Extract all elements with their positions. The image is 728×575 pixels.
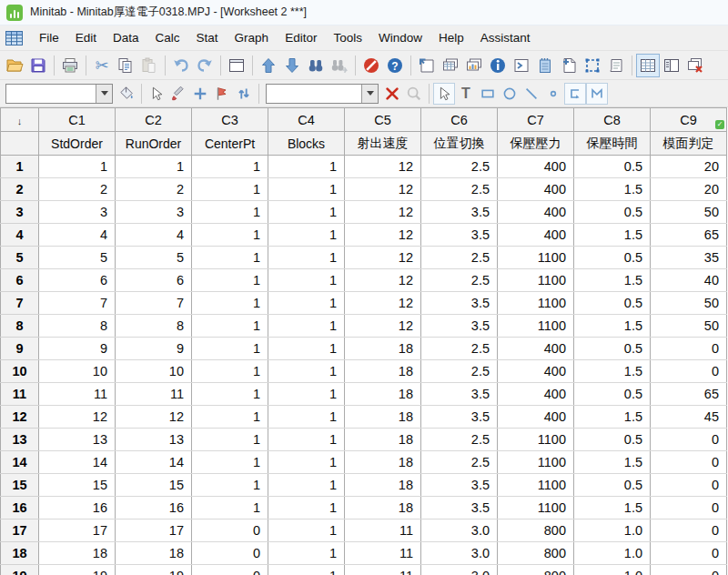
- cell-c3-r17[interactable]: 0: [192, 520, 268, 542]
- row-header-18[interactable]: 18: [1, 542, 39, 565]
- cell-c5-r11[interactable]: 18: [345, 383, 421, 406]
- column-header-c4[interactable]: C4: [268, 108, 345, 132]
- cell-c3-r3[interactable]: 1: [192, 201, 268, 224]
- menu-item-tools[interactable]: Tools: [325, 28, 370, 47]
- cell-c7-r17[interactable]: 800: [498, 520, 574, 542]
- cell-c1-r15[interactable]: 15: [39, 474, 116, 497]
- cell-c4-r2[interactable]: 1: [268, 178, 345, 201]
- data-window-button[interactable]: [636, 54, 660, 77]
- cell-c8-r1[interactable]: 0.5: [574, 156, 651, 178]
- cell-c6-r18[interactable]: 3.0: [421, 542, 498, 565]
- cell-c7-r11[interactable]: 400: [498, 383, 574, 406]
- cell-c9-r19[interactable]: 0: [651, 565, 727, 575]
- cell-c1-r17[interactable]: 17: [39, 520, 116, 542]
- cell-c2-r10[interactable]: 10: [116, 360, 192, 383]
- cell-c8-r15[interactable]: 0.5: [574, 474, 651, 497]
- cell-c9-r6[interactable]: 40: [651, 269, 727, 292]
- cell-c5-r6[interactable]: 12: [345, 269, 421, 292]
- cell-c3-r5[interactable]: 1: [192, 247, 268, 269]
- cell-c9-r12[interactable]: 45: [651, 406, 727, 429]
- project-info-button[interactable]: [486, 54, 510, 77]
- cell-c2-r12[interactable]: 12: [116, 406, 192, 429]
- cell-c4-r12[interactable]: 1: [268, 406, 345, 429]
- print-button[interactable]: [58, 54, 82, 77]
- row-header-19[interactable]: 19: [1, 565, 39, 575]
- cell-c3-r14[interactable]: 1: [192, 451, 268, 474]
- row-header-6[interactable]: 6: [1, 269, 39, 292]
- cell-c3-r16[interactable]: 1: [192, 497, 268, 520]
- cell-c4-r3[interactable]: 1: [268, 201, 345, 224]
- menu-item-stat[interactable]: Stat: [188, 28, 227, 47]
- format-painter-button[interactable]: [116, 83, 137, 105]
- cell-c2-r2[interactable]: 2: [116, 178, 192, 201]
- column-name-c1[interactable]: StdOrder: [39, 132, 116, 156]
- command-line-button[interactable]: [510, 54, 533, 77]
- menu-item-edit[interactable]: Edit: [67, 28, 105, 47]
- cell-c2-r5[interactable]: 5: [116, 247, 192, 269]
- cell-c9-r2[interactable]: 20: [651, 178, 727, 201]
- column-header-c8[interactable]: C8: [574, 108, 651, 132]
- column-header-c2[interactable]: C2: [116, 108, 192, 132]
- show-worksheets-button[interactable]: [439, 54, 462, 77]
- graph-select-button[interactable]: [433, 83, 455, 105]
- cell-c5-r15[interactable]: 18: [345, 474, 421, 497]
- cell-c6-r1[interactable]: 2.5: [421, 156, 498, 178]
- cell-c4-r8[interactable]: 1: [268, 315, 345, 338]
- polyline-tool-button[interactable]: [564, 83, 586, 105]
- show-graphs-button[interactable]: [462, 54, 486, 77]
- cell-c7-r5[interactable]: 1100: [498, 247, 574, 269]
- cell-c2-r1[interactable]: 1: [116, 156, 192, 178]
- cell-c3-r10[interactable]: 1: [192, 360, 268, 383]
- cell-c7-r4[interactable]: 400: [498, 224, 574, 247]
- cell-c7-r3[interactable]: 400: [498, 201, 574, 224]
- text-tool-button[interactable]: T: [455, 83, 477, 105]
- open-project-button[interactable]: [3, 54, 26, 77]
- menu-item-graph[interactable]: Graph: [227, 28, 278, 47]
- cell-c1-r18[interactable]: 18: [39, 542, 116, 565]
- menu-item-file[interactable]: File: [31, 28, 67, 47]
- cell-c8-r13[interactable]: 0.5: [574, 429, 651, 451]
- cell-c1-r1[interactable]: 1: [39, 156, 116, 178]
- cell-c1-r12[interactable]: 12: [39, 406, 116, 429]
- cell-c4-r9[interactable]: 1: [268, 338, 345, 360]
- project-manager-button[interactable]: [660, 54, 683, 77]
- cell-c1-r8[interactable]: 8: [39, 315, 116, 338]
- cell-c6-r17[interactable]: 3.0: [421, 520, 498, 542]
- row-header-8[interactable]: 8: [1, 315, 39, 338]
- cell-c5-r17[interactable]: 11: [345, 520, 421, 542]
- row-header-7[interactable]: 7: [1, 292, 39, 315]
- cell-c5-r5[interactable]: 12: [345, 247, 421, 269]
- row-header-12[interactable]: 12: [1, 406, 39, 429]
- cell-c7-r6[interactable]: 1100: [498, 269, 574, 292]
- combobox-dropdown-icon[interactable]: [96, 85, 112, 103]
- zoom-button[interactable]: [403, 83, 425, 105]
- cell-c4-r10[interactable]: 1: [268, 360, 345, 383]
- cell-c8-r17[interactable]: 1.0: [574, 520, 651, 542]
- cell-c8-r6[interactable]: 1.5: [574, 269, 651, 292]
- row-header-9[interactable]: 9: [1, 338, 39, 360]
- cell-c1-r5[interactable]: 5: [39, 247, 116, 269]
- cell-c9-r3[interactable]: 50: [651, 201, 727, 224]
- cell-c5-r16[interactable]: 18: [345, 497, 421, 520]
- menu-item-assistant[interactable]: Assistant: [472, 28, 539, 47]
- column-name-c6[interactable]: 位置切換: [421, 132, 498, 156]
- cell-c3-r19[interactable]: 0: [192, 565, 268, 575]
- marker-tool-button[interactable]: [542, 83, 564, 105]
- column-name-c9[interactable]: 模面判定: [651, 132, 727, 156]
- cell-c6-r10[interactable]: 2.5: [421, 360, 498, 383]
- cell-c6-r5[interactable]: 2.5: [421, 247, 498, 269]
- menu-item-data[interactable]: Data: [105, 28, 147, 47]
- cell-c1-r10[interactable]: 10: [39, 360, 116, 383]
- undo-button[interactable]: [169, 54, 193, 77]
- cell-c5-r7[interactable]: 12: [345, 292, 421, 315]
- menu-item-calc[interactable]: Calc: [147, 28, 188, 47]
- cell-c6-r14[interactable]: 2.5: [421, 451, 498, 474]
- cell-c5-r19[interactable]: 11: [345, 565, 421, 575]
- help-button[interactable]: ?: [383, 54, 407, 77]
- cell-c2-r3[interactable]: 3: [116, 201, 192, 224]
- cell-c1-r9[interactable]: 9: [39, 338, 116, 360]
- history-button[interactable]: [604, 54, 628, 77]
- cell-c2-r9[interactable]: 9: [116, 338, 192, 360]
- column-header-c6[interactable]: C6: [421, 108, 498, 132]
- cell-c8-r8[interactable]: 1.5: [574, 315, 651, 338]
